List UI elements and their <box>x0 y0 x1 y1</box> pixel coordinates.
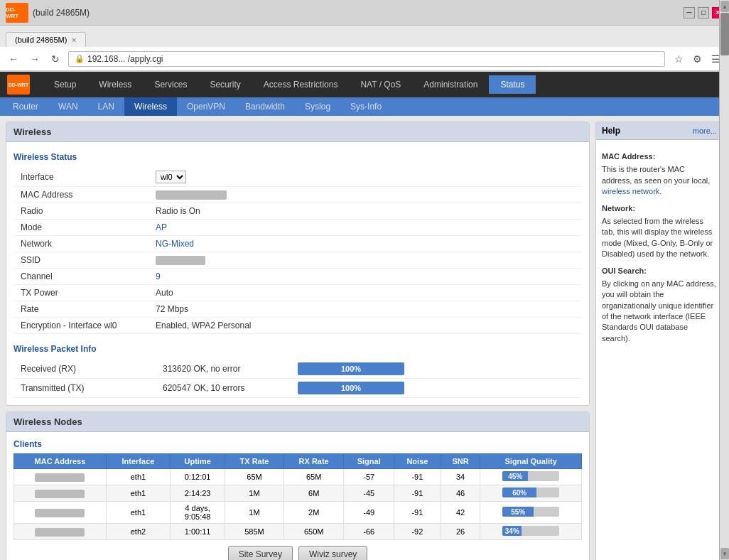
extensions-icon[interactable]: ⚙ <box>689 51 705 67</box>
value-rate: 72 Mbps <box>156 304 188 314</box>
help-body: MAC Address: This is the router's MAC ad… <box>596 140 723 350</box>
help-network-text: As selected from the wireless tab, this … <box>602 216 717 260</box>
help-mac-link[interactable]: wireless network <box>602 187 659 195</box>
client-noise-0: -91 <box>394 469 441 485</box>
client-mac-1 <box>35 490 85 498</box>
top-nav: DD-WRT Setup Wireless Services Security … <box>0 72 729 97</box>
value-interface: wl0 <box>156 171 186 183</box>
scroll-thumb[interactable] <box>720 13 729 55</box>
content-area: Wireless Wireless Status Interface wl0 <box>0 116 729 560</box>
client-snr-3: 26 <box>441 524 480 540</box>
signal-quality-bar-1: 60% <box>502 488 559 497</box>
table-header-row: MAC Address Interface Uptime TX Rate RX … <box>14 454 582 469</box>
browser-logo: DD-WRT <box>6 3 28 23</box>
nav-wireless[interactable]: Wireless <box>87 75 143 94</box>
wireless-section-title: Wireless <box>14 126 51 137</box>
client-txrate-0: 65M <box>225 469 284 485</box>
client-snr-1: 46 <box>441 485 480 502</box>
dd-wrt-logo: DD-WRT <box>7 75 30 95</box>
client-rxrate-0: 65M <box>284 469 344 485</box>
main-panel: Wireless Wireless Status Interface wl0 <box>6 122 590 560</box>
client-rxrate-2: 2M <box>284 502 344 524</box>
nav-security[interactable]: Security <box>198 75 252 94</box>
reload-button[interactable]: ↻ <box>48 52 63 66</box>
url-box[interactable]: 🔒 192.168... /apply.cgi <box>68 51 665 67</box>
client-uptime-0: 0:12:01 <box>171 469 225 485</box>
forward-button[interactable]: → <box>27 52 43 66</box>
browser-tab[interactable]: (build 24865M) ✕ <box>6 32 86 47</box>
signal-quality-bar-2: 55% <box>502 507 559 517</box>
nav-access-restrictions[interactable]: Access Restrictions <box>252 75 350 94</box>
subnav-syslog[interactable]: Syslog <box>295 97 340 116</box>
scroll-up-button[interactable]: ▲ <box>720 1 729 12</box>
url-icon: 🔒 <box>75 54 85 63</box>
star-icon[interactable]: ☆ <box>671 51 686 67</box>
label-network: Network <box>14 239 156 249</box>
minimize-button[interactable]: ─ <box>684 7 695 18</box>
tab-bar: (build 24865M) ✕ <box>0 26 729 47</box>
label-ssid: SSID <box>14 255 156 265</box>
client-rxrate-3: 650M <box>284 524 344 540</box>
client-rxrate-1: 6M <box>284 485 344 502</box>
col-mac: MAC Address <box>14 454 107 469</box>
subnav-router[interactable]: Router <box>3 97 48 116</box>
nav-nat-qos[interactable]: NAT / QoS <box>349 75 412 94</box>
client-sq-0: 45% <box>480 469 582 485</box>
client-txrate-2: 1M <box>225 502 284 524</box>
client-iface-3: eth2 <box>106 524 170 540</box>
router-ui: DD-WRT Setup Wireless Services Security … <box>0 72 729 560</box>
wireless-section-header: Wireless <box>6 122 589 142</box>
scrollbar[interactable]: ▲ ▼ <box>719 0 729 560</box>
table-row: eth1 2:14:23 1M 6M -45 -91 46 <box>14 485 582 502</box>
browser-chrome: DD-WRT (build 24865M) ─ □ ✕ (build 24865… <box>0 0 729 72</box>
nav-administration[interactable]: Administration <box>412 75 489 94</box>
subnav-sysinfo[interactable]: Sys-Info <box>340 97 392 116</box>
nav-setup[interactable]: Setup <box>43 75 87 94</box>
col-noise: Noise <box>394 454 441 469</box>
tx-progress-fill: 100% <box>298 382 404 394</box>
value-ssid <box>156 256 205 265</box>
signal-quality-fill-1: 60% <box>502 488 536 497</box>
clients-table-body: eth1 0:12:01 65M 65M -57 -91 34 <box>14 469 582 540</box>
clients-table: MAC Address Interface Uptime TX Rate RX … <box>14 453 582 540</box>
client-signal-3: -66 <box>344 524 394 540</box>
subnav-bandwidth[interactable]: Bandwidth <box>235 97 295 116</box>
nav-services[interactable]: Services <box>143 75 198 94</box>
tab-close-icon[interactable]: ✕ <box>71 36 77 44</box>
field-network: Network NG-Mixed <box>14 236 582 252</box>
label-rate: Rate <box>14 304 156 314</box>
label-mode: Mode <box>14 222 156 232</box>
help-more-link[interactable]: more... <box>693 126 717 135</box>
toolbar-icons: ☆ ⚙ ☰ <box>671 51 723 67</box>
col-signal: Signal <box>344 454 394 469</box>
help-title: Help <box>602 126 620 136</box>
label-interface: Interface <box>14 172 156 182</box>
field-mac-address: MAC Address <box>14 187 582 203</box>
scroll-down-button[interactable]: ▼ <box>720 548 729 559</box>
tab-title: (build 24865M) <box>33 8 679 18</box>
label-tx: Transmitted (TX) <box>14 383 156 393</box>
url-text: 192.168... /apply.cgi <box>87 54 163 64</box>
nav-status[interactable]: Status <box>489 75 536 94</box>
wireless-nodes-header: Wireless Nodes <box>6 412 589 432</box>
client-mac-3 <box>35 528 85 537</box>
value-rx: 313620 OK, no error <box>163 364 291 374</box>
packet-info-title: Wireless Packet Info <box>14 344 582 354</box>
subnav-lan[interactable]: LAN <box>88 97 124 116</box>
interface-select[interactable]: wl0 <box>156 171 186 183</box>
site-survey-button[interactable]: Site Survey <box>228 546 293 560</box>
client-txrate-1: 1M <box>225 485 284 502</box>
help-oui-title: OUI Search: <box>602 266 717 276</box>
col-interface: Interface <box>106 454 170 469</box>
subnav-wan[interactable]: WAN <box>48 97 88 116</box>
maximize-button[interactable]: □ <box>698 7 709 18</box>
page-wrapper: DD-WRT (build 24865M) ─ □ ✕ (build 24865… <box>0 0 729 560</box>
client-sq-1: 60% <box>480 485 582 502</box>
back-button[interactable]: ← <box>6 52 21 66</box>
subnav-wireless[interactable]: Wireless <box>124 97 177 116</box>
tab-label: (build 24865M) <box>15 36 67 44</box>
packet-tx-row: Transmitted (TX) 620547 OK, 10 errors 10… <box>14 379 582 398</box>
wiviz-survey-button[interactable]: Wiviz survey <box>298 546 367 560</box>
subnav-openvpn[interactable]: OpenVPN <box>177 97 235 116</box>
client-noise-3: -92 <box>394 524 441 540</box>
